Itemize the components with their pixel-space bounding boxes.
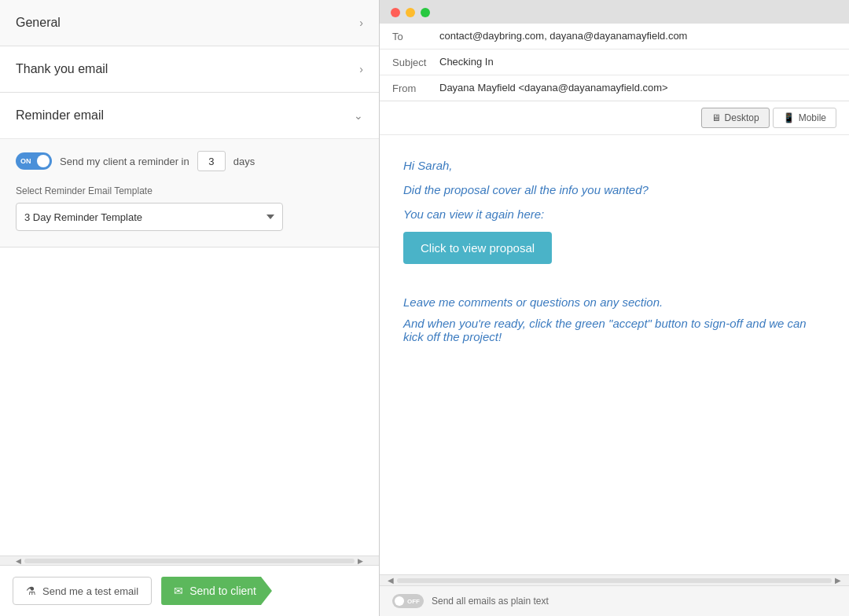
- mini-toggle-off-label: OFF: [407, 598, 420, 605]
- email-to-row: To contact@daybring.com, dayana@dayanama…: [380, 24, 849, 50]
- subject-label: Subject: [392, 56, 439, 68]
- email-line2: You can view it again here:: [403, 207, 825, 221]
- from-value: Dayana Mayfield <dayana@dayanamayfield.c…: [439, 82, 836, 94]
- reminder-toggle[interactable]: ON: [16, 152, 52, 170]
- email-subject-row: Subject Checking In: [380, 50, 849, 75]
- reminder-email-section: Reminder email ⌄ ON Send my client a rem…: [0, 93, 379, 248]
- view-toggle: 🖥 Desktop 📱 Mobile: [380, 101, 849, 135]
- mobile-label: Mobile: [799, 112, 826, 123]
- toggle-description: Send my client a reminder in: [60, 156, 189, 167]
- general-section[interactable]: General ›: [0, 0, 379, 46]
- bottom-action-bar: ⚗ Send me a test email ✉ Send to client: [0, 565, 379, 616]
- reminder-email-header[interactable]: Reminder email ⌄: [0, 93, 379, 138]
- right-scroll-right-icon[interactable]: ▶: [835, 576, 841, 585]
- send-client-button[interactable]: ✉ Send to client: [161, 577, 272, 605]
- toggle-knob: [37, 155, 50, 167]
- window-chrome: [380, 0, 849, 24]
- test-email-icon: ⚗: [26, 585, 36, 597]
- email-line1: Did the proposal cover all the info you …: [403, 183, 825, 196]
- window-minimize-dot[interactable]: [406, 8, 415, 17]
- general-title: General: [16, 16, 61, 30]
- thank-you-email-title: Thank you email: [16, 62, 108, 76]
- email-line4: And when you're ready, click the green "…: [403, 317, 825, 343]
- left-panel: General › Thank you email › Reminder ema…: [0, 0, 380, 616]
- email-body: Hi Sarah, Did the proposal cover all the…: [380, 135, 849, 574]
- email-greeting: Hi Sarah,: [403, 159, 825, 172]
- plain-text-toggle-bar: OFF Send all emails as plain text: [380, 585, 849, 616]
- left-scrollable-area: General › Thank you email › Reminder ema…: [0, 0, 379, 556]
- select-reminder-label: Select Reminder Email Template: [16, 185, 363, 196]
- scroll-left-arrow[interactable]: ◀: [16, 557, 21, 565]
- plain-text-label: Send all emails as plain text: [432, 596, 549, 607]
- days-label: days: [233, 156, 255, 167]
- scroll-right-arrow[interactable]: ▶: [358, 557, 363, 565]
- mini-toggle-knob: [395, 596, 404, 606]
- thank-you-chevron-icon: ›: [359, 63, 363, 75]
- email-preview: To contact@daybring.com, dayana@dayanama…: [380, 24, 849, 616]
- view-proposal-button[interactable]: Click to view proposal: [403, 232, 552, 264]
- thank-you-email-section[interactable]: Thank you email ›: [0, 46, 379, 93]
- mobile-icon: 📱: [783, 112, 795, 123]
- from-label: From: [392, 82, 439, 94]
- plain-text-toggle[interactable]: OFF: [392, 594, 424, 608]
- email-headers: To contact@daybring.com, dayana@dayanama…: [380, 24, 849, 101]
- desktop-label: Desktop: [725, 112, 759, 123]
- window-maximize-dot[interactable]: [421, 8, 430, 17]
- toggle-on-label: ON: [20, 157, 31, 165]
- subject-value: Checking In: [439, 56, 836, 68]
- email-line3: Leave me comments or questions on any se…: [403, 295, 825, 309]
- test-email-label: Send me a test email: [42, 585, 138, 597]
- reminder-email-title: Reminder email: [16, 108, 104, 123]
- right-h-scroll-track: [397, 578, 832, 583]
- reminder-chevron-icon: ⌄: [354, 109, 363, 122]
- email-from-row: From Dayana Mayfield <dayana@dayanamayfi…: [380, 75, 849, 101]
- window-close-dot[interactable]: [391, 8, 400, 17]
- right-panel: To contact@daybring.com, dayana@dayanama…: [380, 0, 849, 616]
- send-icon: ✉: [174, 585, 183, 597]
- desktop-view-button[interactable]: 🖥 Desktop: [701, 108, 770, 128]
- test-email-button[interactable]: ⚗ Send me a test email: [13, 577, 152, 605]
- reminder-toggle-row: ON Send my client a reminder in days: [16, 151, 363, 171]
- reminder-email-content: ON Send my client a reminder in days Sel…: [0, 138, 379, 247]
- horizontal-scrollbar[interactable]: ◀ ▶: [0, 556, 379, 565]
- send-client-label: Send to client: [189, 585, 256, 597]
- to-value: contact@daybring.com, dayana@dayanamayfi…: [439, 30, 836, 42]
- days-input[interactable]: [197, 151, 226, 171]
- template-select[interactable]: 3 Day Reminder Template: [16, 203, 283, 231]
- right-horizontal-scrollbar[interactable]: ◀ ▶: [380, 574, 849, 585]
- general-chevron-icon: ›: [359, 16, 363, 29]
- h-scroll-track: [24, 559, 355, 563]
- mobile-view-button[interactable]: 📱 Mobile: [773, 108, 836, 128]
- to-label: To: [392, 30, 439, 42]
- right-scroll-left-icon[interactable]: ◀: [388, 576, 394, 585]
- desktop-icon: 🖥: [711, 112, 721, 123]
